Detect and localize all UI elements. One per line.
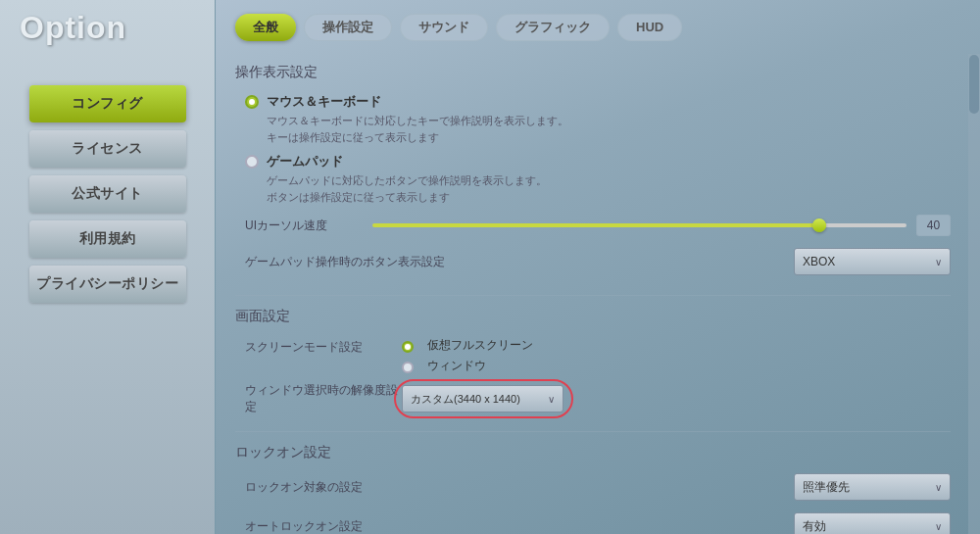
gamepad-buttons-dropdown[interactable]: XBOX ∨	[794, 248, 951, 275]
lockon-target-label: ロックオン対象の設定	[245, 479, 794, 496]
radio-dot-gamepad	[245, 155, 259, 169]
separator-1	[235, 295, 951, 296]
sidebar-item-official[interactable]: 公式サイト	[29, 175, 186, 213]
lockon-title: ロックオン設定	[235, 444, 951, 461]
gamepad-buttons-value: XBOX	[803, 255, 835, 268]
sidebar-item-config[interactable]: コンフィグ	[29, 85, 186, 122]
gamepad-buttons-row: ゲームパッド操作時のボタン表示設定 XBOX ∨	[245, 248, 951, 275]
scrollbar-track[interactable]	[968, 54, 980, 534]
radio-dot-virtual	[402, 341, 414, 353]
mode-virtual-fullscreen[interactable]: 仮想フルスクリーン	[402, 337, 533, 354]
separator-2	[235, 431, 951, 432]
radio-group-input: マウス＆キーボード マウス＆キーボードに対応したキーで操作説明を表示します。キー…	[245, 93, 951, 205]
sidebar-nav: コンフィグ ライセンス 公式サイト 利用規約 プライバシーポリシー	[0, 85, 215, 303]
auto-lockon-value: 有効	[803, 518, 826, 535]
radio-dot-window	[402, 362, 414, 373]
gamepad-desc: ゲームパッドに対応したボタンで操作説明を表示します。ボタンは操作設定に従って表示…	[267, 172, 547, 205]
gamepad-buttons-label: ゲームパッド操作時のボタン表示設定	[245, 254, 794, 270]
tab-controls[interactable]: 操作設定	[304, 14, 392, 41]
window-res-row: ウィンドウ選択時の解像度設定 カスタム(3440 x 1440) ∨	[245, 382, 951, 415]
auto-lockon-dropdown[interactable]: 有効 ∨	[794, 512, 951, 534]
screen-mode-options: 仮想フルスクリーン ウィンドウ	[402, 337, 533, 374]
tab-graphics[interactable]: グラフィック	[496, 14, 610, 41]
mouse-keyboard-label: マウス＆キーボード	[267, 93, 568, 111]
dropdown-arrow-icon: ∨	[935, 257, 942, 267]
lockon-target-arrow-icon: ∨	[935, 482, 942, 493]
lockon-target-dropdown[interactable]: 照準優先 ∨	[794, 473, 951, 501]
tab-all[interactable]: 全般	[235, 14, 296, 41]
window-res-arrow-icon: ∨	[548, 394, 555, 405]
auto-lockon-arrow-icon: ∨	[935, 521, 942, 532]
lockon-target-row: ロックオン対象の設定 照準優先 ∨	[245, 473, 951, 501]
screen-mode-row: スクリーンモード設定 仮想フルスクリーン ウィンドウ	[245, 337, 951, 374]
screen-section: 画面設定 スクリーンモード設定 仮想フルスクリーン ウィンドウ ウィン	[235, 308, 951, 415]
ui-cursor-row: UIカーソル速度 40	[245, 215, 951, 236]
ui-cursor-label: UIカーソル速度	[245, 218, 363, 234]
window-res-value: カスタム(3440 x 1440)	[411, 392, 520, 407]
screen-mode-label: スクリーンモード設定	[245, 337, 402, 356]
display-input-title: 操作表示設定	[235, 64, 951, 81]
tab-sound[interactable]: サウンド	[400, 14, 488, 41]
scrollbar-thumb[interactable]	[969, 55, 979, 114]
mode-window-label: ウィンドウ	[427, 358, 486, 374]
mode-window[interactable]: ウィンドウ	[402, 358, 533, 374]
tab-bar: 全般 操作設定 サウンド グラフィック HUD	[216, 0, 980, 54]
radio-gamepad[interactable]: ゲームパッド ゲームパッドに対応したボタンで操作説明を表示します。ボタンは操作設…	[245, 153, 951, 205]
radio-dot-mouse	[245, 95, 259, 109]
auto-lockon-label: オートロックオン設定	[245, 518, 794, 535]
main-panel: 全般 操作設定 サウンド グラフィック HUD 操作表示設定 マウス＆キーボード…	[216, 0, 980, 534]
ui-cursor-value: 40	[916, 215, 951, 236]
mode-virtual-label: 仮想フルスクリーン	[427, 337, 533, 354]
lockon-target-value: 照準優先	[803, 479, 850, 496]
radio-mouse-keyboard[interactable]: マウス＆キーボード マウス＆キーボードに対応したキーで操作説明を表示します。キー…	[245, 93, 951, 145]
slider-thumb	[812, 218, 826, 232]
window-res-container: カスタム(3440 x 1440) ∨	[402, 385, 564, 413]
display-input-section: 操作表示設定 マウス＆キーボード マウス＆キーボードに対応したキーで操作説明を表…	[235, 64, 951, 275]
gamepad-label: ゲームパッド	[267, 153, 547, 170]
window-res-label: ウィンドウ選択時の解像度設定	[245, 382, 402, 415]
screen-title: 画面設定	[235, 308, 951, 325]
lockon-section: ロックオン設定 ロックオン対象の設定 照準優先 ∨ オートロックオン設定 有効 …	[235, 444, 951, 534]
ui-cursor-slider[interactable]	[372, 223, 906, 227]
tab-hud[interactable]: HUD	[617, 14, 682, 41]
window-res-dropdown[interactable]: カスタム(3440 x 1440) ∨	[402, 385, 564, 413]
sidebar-item-license[interactable]: ライセンス	[29, 130, 186, 168]
sidebar-item-privacy[interactable]: プライバシーポリシー	[29, 266, 186, 303]
sidebar-item-terms[interactable]: 利用規約	[29, 220, 186, 258]
sidebar: Option コンフィグ ライセンス 公式サイト 利用規約 プライバシーポリシー	[0, 0, 216, 534]
app-title: Option	[20, 10, 126, 46]
mouse-keyboard-desc: マウス＆キーボードに対応したキーで操作説明を表示します。キーは操作設定に従って表…	[267, 113, 568, 145]
content-area: 操作表示設定 マウス＆キーボード マウス＆キーボードに対応したキーで操作説明を表…	[216, 54, 980, 534]
auto-lockon-row: オートロックオン設定 有効 ∨	[245, 512, 951, 534]
